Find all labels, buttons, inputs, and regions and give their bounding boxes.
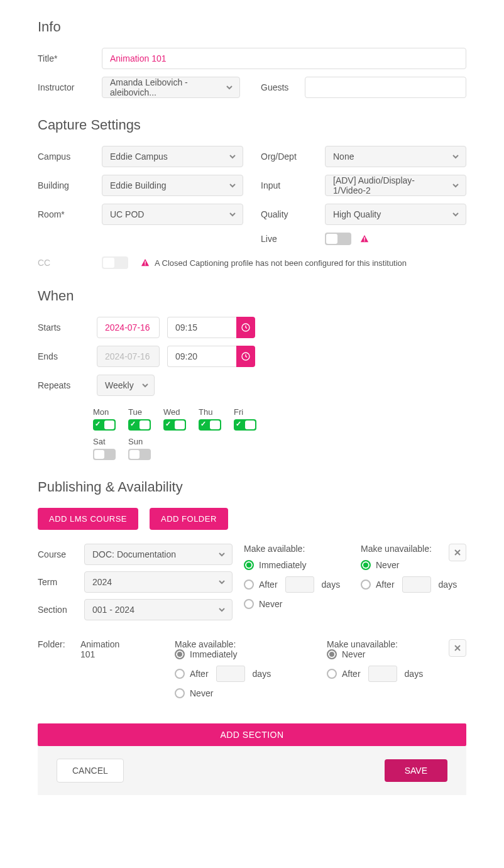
course-select[interactable]: DOC: Documentation xyxy=(84,544,233,565)
orgdept-select[interactable]: None xyxy=(325,146,466,167)
day-fri-toggle[interactable]: ✓ xyxy=(234,419,256,431)
radio-icon xyxy=(327,669,337,679)
starts-date-input[interactable]: 2024-07-16 xyxy=(97,317,160,338)
campus-label: Campus xyxy=(38,151,89,162)
radio-icon xyxy=(175,688,185,698)
folder-name: Animation 101 xyxy=(80,639,124,705)
remove-course-button[interactable] xyxy=(449,544,466,561)
guests-input[interactable] xyxy=(305,77,466,98)
building-select[interactable]: Eddie Building xyxy=(102,175,243,196)
cancel-button[interactable]: CANCEL xyxy=(57,759,124,783)
folder-make-available-title: Make available: xyxy=(175,639,314,649)
save-button[interactable]: SAVE xyxy=(385,759,447,782)
svg-rect-0 xyxy=(364,237,364,239)
repeats-select[interactable]: Weekly xyxy=(97,375,155,396)
course-avail-never[interactable]: Never xyxy=(244,599,349,609)
day-mon-toggle[interactable]: ✓ xyxy=(93,419,116,431)
svg-rect-1 xyxy=(364,241,364,241)
instructor-label: Instructor xyxy=(38,82,89,92)
capture-heading: Capture Settings xyxy=(38,117,466,133)
input-select[interactable]: [ADV] Audio/Display-1/Video-2 xyxy=(325,175,466,196)
live-label: Live xyxy=(261,234,312,244)
chevron-down-icon xyxy=(452,182,459,189)
folder-unavail-days-input[interactable] xyxy=(368,666,397,682)
info-heading: Info xyxy=(38,19,466,35)
ends-label: Ends xyxy=(38,351,89,361)
folder-avail-never[interactable]: Never xyxy=(175,688,314,698)
day-thu-label: Thu xyxy=(199,407,212,417)
chevron-down-icon xyxy=(229,211,236,218)
radio-icon xyxy=(175,649,185,659)
remove-folder-button[interactable] xyxy=(449,639,466,657)
day-tue-label: Tue xyxy=(128,407,142,417)
add-section-button[interactable]: ADD SECTION xyxy=(38,723,466,746)
building-label: Building xyxy=(38,180,89,190)
day-tue-toggle[interactable]: ✓ xyxy=(128,419,151,431)
course-unavail-days-input[interactable] xyxy=(402,576,431,593)
day-sat-label: Sat xyxy=(93,437,106,446)
course-unavail-after[interactable]: Afterdays xyxy=(361,576,466,593)
folder-avail-immediately[interactable]: Immediately xyxy=(175,649,314,659)
ends-date-input[interactable]: 2024-07-16 xyxy=(97,346,160,367)
chevron-down-icon xyxy=(226,84,233,91)
radio-icon xyxy=(327,649,337,659)
folder-avail-after[interactable]: Afterdays xyxy=(175,666,314,682)
cc-toggle[interactable] xyxy=(102,256,128,269)
quality-select[interactable]: High Quality xyxy=(325,204,466,225)
starts-time-input[interactable]: 09:15 xyxy=(167,317,236,338)
chevron-down-icon xyxy=(218,578,226,586)
radio-icon xyxy=(175,669,185,679)
course-unavail-never[interactable]: Never xyxy=(361,560,466,570)
warning-icon xyxy=(141,258,150,267)
folder-unavail-never[interactable]: Never xyxy=(327,649,466,659)
instructor-select[interactable]: Amanda Leibovich - aleibovich... xyxy=(102,77,240,98)
cc-label: CC xyxy=(38,258,89,268)
when-section: When Starts 2024-07-16 09:15 Ends 2024-0… xyxy=(38,288,466,460)
chevron-down-icon xyxy=(452,211,459,218)
folder-avail-days-input[interactable] xyxy=(216,666,245,682)
chevron-down-icon xyxy=(229,182,236,189)
chevron-down-icon xyxy=(141,382,149,389)
day-wed-label: Wed xyxy=(163,407,180,417)
add-lms-button[interactable]: ADD LMS COURSE xyxy=(38,508,138,530)
course-avail-after[interactable]: Afterdays xyxy=(244,576,349,593)
radio-icon xyxy=(361,560,371,570)
svg-rect-3 xyxy=(145,265,145,265)
live-toggle[interactable] xyxy=(325,233,351,245)
day-fri-label: Fri xyxy=(234,407,243,417)
add-folder-button[interactable]: ADD FOLDER xyxy=(150,508,228,530)
folder-label: Folder: xyxy=(38,639,68,705)
course-label: Course xyxy=(38,549,74,559)
course-avail-immediately[interactable]: Immediately xyxy=(244,560,349,570)
make-available-title: Make available: xyxy=(244,544,349,554)
room-select[interactable]: UC POD xyxy=(102,204,243,225)
course-avail-days-input[interactable] xyxy=(285,576,314,593)
day-thu-toggle[interactable]: ✓ xyxy=(199,419,221,431)
room-label: Room* xyxy=(38,209,89,219)
radio-icon xyxy=(361,580,371,590)
ends-clock-button[interactable] xyxy=(236,346,255,367)
chevron-down-icon xyxy=(452,153,459,160)
chevron-down-icon xyxy=(218,606,226,613)
folder-unavail-after[interactable]: Afterdays xyxy=(327,666,466,682)
starts-clock-button[interactable] xyxy=(236,317,255,338)
cc-warning-text: A Closed Captioning profile has not been… xyxy=(155,258,407,268)
day-sun-label: Sun xyxy=(128,437,143,446)
section-label: Section xyxy=(38,605,74,615)
ends-time-input[interactable]: 09:20 xyxy=(167,346,236,367)
term-select[interactable]: 2024 xyxy=(84,571,233,593)
capture-section: Capture Settings Campus Eddie Campus Org… xyxy=(38,117,466,269)
day-wed-toggle[interactable]: ✓ xyxy=(163,419,186,431)
section-select[interactable]: 001 - 2024 xyxy=(84,599,233,620)
radio-icon xyxy=(244,599,254,609)
info-section: Info Title* Instructor Amanda Leibovich … xyxy=(38,19,466,98)
title-input[interactable] xyxy=(102,48,466,69)
day-mon-label: Mon xyxy=(93,407,109,417)
publishing-section: Publishing & Availability ADD LMS COURSE… xyxy=(38,479,466,705)
campus-select[interactable]: Eddie Campus xyxy=(102,146,243,167)
starts-label: Starts xyxy=(38,322,89,332)
day-sun-toggle[interactable] xyxy=(128,449,151,460)
day-sat-toggle[interactable] xyxy=(93,449,116,460)
publishing-heading: Publishing & Availability xyxy=(38,479,466,495)
folder-make-unavailable-title: Make unavailable: xyxy=(327,639,466,649)
